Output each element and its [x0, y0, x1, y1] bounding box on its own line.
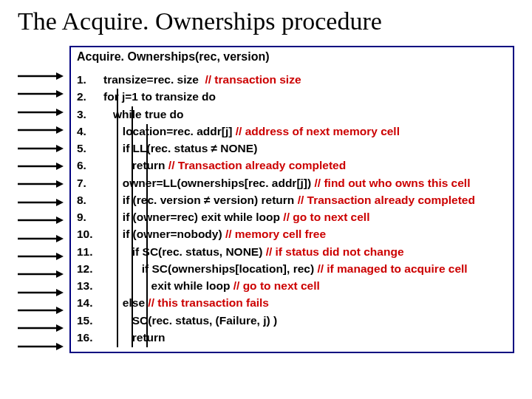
svg-marker-25 [56, 289, 64, 296]
line-number: 14. [77, 294, 103, 311]
svg-marker-27 [56, 307, 64, 314]
line-body: if (rec. version ≠ version) return // Tr… [103, 191, 475, 208]
arrow-icon [18, 340, 69, 353]
code-line: 3. while true do [77, 106, 507, 123]
code-lines: 1.transize=rec. size // transaction size… [77, 71, 507, 346]
content-row: Acquire. Ownerships(rec, version) 1.tran… [18, 46, 514, 353]
line-body: location=rec. addr[j] // address of next… [103, 123, 400, 140]
line-body: if SC(rec. status, NONE) // if status di… [103, 243, 404, 260]
line-number: 5. [77, 140, 103, 157]
line-comment: // transaction size [205, 73, 301, 86]
line-code: SC(rec. status, (Failure, j) ) [132, 314, 277, 327]
line-code: owner=LL(ownerships[rec. addr[j]) [123, 177, 315, 189]
line-code: return [132, 331, 166, 344]
line-code: if SC(rec. status, NONE) [132, 245, 266, 258]
line-body: if LL(rec. status ≠ NONE) [103, 140, 257, 157]
line-code: else [123, 296, 148, 309]
line-comment: // if managed to acquire cell [317, 262, 467, 275]
code-line: 11. if SC(rec. status, NONE) // if statu… [77, 243, 507, 260]
arrow-icon [18, 106, 69, 119]
line-code: location=rec. addr[j] [123, 125, 236, 137]
line-number: 7. [77, 174, 103, 191]
procedure-signature: Acquire. Ownerships(rec, version) [77, 50, 507, 64]
arrow-icon [18, 304, 69, 317]
line-comment: // find out who owns this cell [315, 177, 471, 189]
code-line: 12. if SC(ownerships[location], rec) // … [77, 260, 507, 277]
code-box: Acquire. Ownerships(rec, version) 1.tran… [69, 46, 514, 353]
svg-marker-13 [56, 180, 64, 188]
line-number: 8. [77, 191, 103, 208]
arrow-icon [18, 321, 69, 335]
line-body: owner=LL(ownerships[rec. addr[j]) // fin… [103, 174, 470, 191]
line-code: transize=rec. size [103, 73, 205, 86]
line-code: for j=1 to transize do [103, 90, 216, 103]
line-comment: // this transaction fails [148, 296, 269, 309]
svg-marker-29 [56, 324, 64, 332]
line-body: SC(rec. status, (Failure, j) ) [103, 312, 277, 329]
code-line: 2.for j=1 to transize do [77, 88, 507, 105]
line-code: if LL(rec. status ≠ NONE) [123, 142, 257, 154]
arrow-icon [18, 160, 69, 173]
svg-marker-5 [56, 109, 64, 116]
svg-marker-15 [56, 199, 64, 206]
arrow-icon [18, 196, 69, 209]
line-body: exit while loop // go to next cell [103, 277, 320, 294]
code-line: 14. else // this transaction fails [77, 294, 507, 311]
line-number: 16. [77, 329, 103, 346]
arrow-icon [18, 142, 69, 155]
line-code: if (owner=nobody) [123, 228, 225, 240]
arrow-icon [18, 286, 69, 299]
arrow-icon [18, 123, 69, 137]
line-number: 6. [77, 157, 103, 174]
svg-marker-31 [56, 343, 64, 350]
line-body: while true do [103, 106, 184, 123]
svg-marker-17 [56, 216, 64, 224]
svg-marker-7 [56, 126, 64, 134]
line-body: for j=1 to transize do [103, 88, 216, 105]
line-number: 10. [77, 225, 103, 242]
line-comment: // Transaction already completed [168, 159, 346, 171]
code-line: 10. if (owner=nobody) // memory cell fre… [77, 225, 507, 242]
line-number: 4. [77, 123, 103, 140]
svg-marker-3 [56, 90, 64, 98]
line-code: if (owner=rec) exit while loop [123, 211, 283, 223]
code-line: 8. if (rec. version ≠ version) return //… [77, 191, 507, 208]
svg-marker-23 [56, 270, 64, 278]
line-number: 2. [77, 88, 103, 105]
line-body: if SC(ownerships[location], rec) // if m… [103, 260, 468, 277]
line-number: 11. [77, 243, 103, 260]
code-line: 6. return // Transaction already complet… [77, 157, 507, 174]
line-code: exit while loop [151, 279, 233, 292]
code-line: 9. if (owner=rec) exit while loop // go … [77, 208, 507, 225]
line-body: else // this transaction fails [103, 294, 269, 311]
svg-marker-9 [56, 145, 64, 152]
line-comment: // go to next cell [233, 279, 320, 292]
arrow-icon [18, 250, 69, 263]
line-code: if SC(ownerships[location], rec) [142, 262, 318, 275]
line-body: if (owner=rec) exit while loop // go to … [103, 208, 369, 225]
line-number: 1. [77, 71, 103, 88]
code-line: 5. if LL(rec. status ≠ NONE) [77, 140, 507, 157]
arrows-column [18, 46, 69, 353]
line-number: 9. [77, 208, 103, 225]
code-line: 1.transize=rec. size // transaction size [77, 71, 507, 88]
line-body: return [103, 329, 166, 346]
code-line: 15. SC(rec. status, (Failure, j) ) [77, 312, 507, 329]
line-body: if (owner=nobody) // memory cell free [103, 225, 326, 242]
line-comment: // memory cell free [225, 228, 326, 240]
line-code: if (rec. version ≠ version) return [123, 194, 298, 206]
arrow-icon [18, 69, 69, 83]
svg-marker-11 [56, 163, 64, 170]
line-code: return [132, 159, 168, 171]
line-number: 13. [77, 277, 103, 294]
line-comment: // go to next cell [283, 211, 369, 223]
line-number: 15. [77, 312, 103, 329]
arrow-icon [18, 177, 69, 191]
arrow-icon [18, 214, 69, 227]
line-code: while true do [113, 108, 184, 120]
arrow-icon [18, 267, 69, 281]
line-body: transize=rec. size // transaction size [103, 71, 301, 88]
line-comment: // if status did not change [266, 245, 404, 258]
code-line: 16. return [77, 329, 507, 346]
svg-marker-1 [56, 72, 64, 80]
